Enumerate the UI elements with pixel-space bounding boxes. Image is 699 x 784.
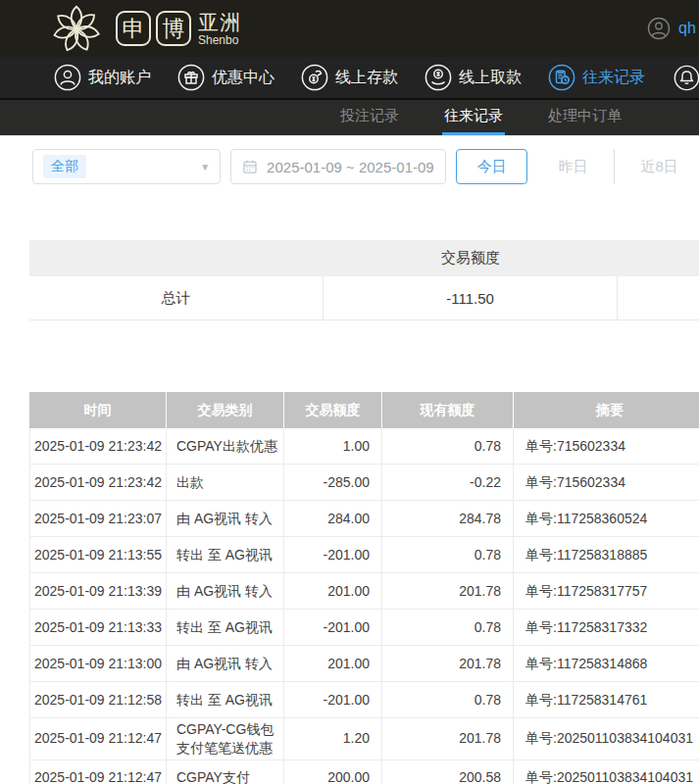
- filter-divider: [614, 149, 615, 184]
- deposit-icon: [301, 64, 328, 91]
- cell-type: CGPAY支付: [167, 760, 284, 784]
- records-header-row: 时间 交易类别 交易额度 现有额度 摘要: [29, 392, 699, 428]
- summary-amount-header: 交易额度: [324, 249, 618, 268]
- cell-note: 单号:715602334: [514, 465, 699, 501]
- nav-label: 优惠中心: [212, 68, 275, 88]
- col-header-time: 时间: [29, 392, 167, 428]
- nav-item-promotions[interactable]: 优惠中心: [177, 64, 275, 91]
- cell-type: CGPAY-CG钱包支付笔笔送优惠: [167, 718, 284, 760]
- table-row: 2025-01-09 21:13:55 转出 至 AG视讯 -201.00 0.…: [29, 537, 699, 573]
- cell-type: 由 AG视讯 转入: [167, 573, 284, 610]
- cell-time: 2025-01-09 21:23:42: [29, 465, 167, 501]
- cell-note: 单号:117258360524: [514, 501, 699, 537]
- cell-amount: -201.00: [284, 537, 382, 573]
- nav-label: 线上取款: [459, 68, 522, 88]
- filter-bar: 全部 ▼ 2025-01-09 ~ 2025-01-09 今日 昨日 近8日: [0, 135, 699, 196]
- cell-note: 单号:202501103834104031: [514, 760, 699, 784]
- cell-type: 转出 至 AG视讯: [167, 610, 284, 646]
- table-row: 2025-01-09 21:13:33 转出 至 AG视讯 -201.00 0.…: [29, 610, 699, 646]
- brand-logo[interactable]: 申 博 亚洲 Shenbo: [51, 3, 241, 54]
- withdraw-icon: [424, 64, 452, 91]
- quick-filter-yesterday-button[interactable]: 昨日: [537, 149, 609, 184]
- cell-balance: 284.78: [382, 501, 514, 537]
- cell-time: 2025-01-09 21:12:47: [29, 718, 167, 760]
- cell-time: 2025-01-09 21:23:42: [29, 428, 167, 465]
- col-header-type: 交易类别: [167, 392, 284, 428]
- table-row: 2025-01-09 21:12:47 CGPAY-CG钱包支付笔笔送优惠 1.…: [29, 718, 699, 760]
- col-header-balance: 现有额度: [382, 392, 514, 428]
- user-avatar-icon: [647, 17, 671, 40]
- cell-type: 由 AG视讯 转入: [167, 646, 284, 682]
- records-section: 时间 交易类别 交易额度 现有额度 摘要 2025-01-09 21:23:42…: [0, 392, 699, 784]
- nav-label: 线上存款: [335, 68, 398, 88]
- cell-note: 单号:117258318885: [514, 537, 699, 573]
- category-selected-value: 全部: [43, 155, 86, 178]
- cell-type: CGPAY出款优惠: [167, 428, 284, 465]
- cell-amount: -285.00: [284, 465, 382, 501]
- summary-total-label: 总计: [29, 276, 324, 319]
- category-select[interactable]: 全部 ▼: [32, 149, 221, 184]
- nav-item-records[interactable]: 往来记录: [548, 64, 645, 91]
- cell-note: 单号:117258314761: [514, 682, 699, 718]
- table-row: 2025-01-09 21:12:47 CGPAY支付 200.00 200.5…: [29, 760, 699, 784]
- quick-filter-8days-button[interactable]: 近8日: [620, 149, 699, 184]
- cell-type: 由 AG视讯 转入: [167, 501, 284, 537]
- summary-table: 交易额度 总计 -111.50: [29, 240, 699, 320]
- table-row: 2025-01-09 21:13:00 由 AG视讯 转入 201.00 201…: [29, 646, 699, 682]
- cell-amount: 284.00: [284, 501, 382, 537]
- username-text: qh: [678, 20, 696, 37]
- summary-total-value: -111.50: [324, 276, 618, 319]
- nav-item-deposit[interactable]: 线上存款: [301, 64, 398, 91]
- quick-filter-today-button[interactable]: 今日: [456, 149, 527, 184]
- calendar-icon: [242, 159, 258, 174]
- cell-balance: 0.78: [382, 428, 514, 465]
- cell-time: 2025-01-09 21:13:39: [29, 573, 167, 610]
- gift-icon: [177, 64, 205, 91]
- cell-time: 2025-01-09 21:23:07: [29, 501, 167, 537]
- tab-betting-records[interactable]: 投注记录: [338, 100, 401, 135]
- tab-transaction-records[interactable]: 往来记录: [442, 100, 505, 135]
- records-table: 时间 交易类别 交易额度 现有额度 摘要 2025-01-09 21:23:42…: [29, 392, 699, 784]
- cell-type: 转出 至 AG视讯: [167, 682, 284, 718]
- logo-latin-text: Shenbo: [198, 34, 241, 46]
- cell-balance: 201.78: [382, 646, 514, 682]
- cell-amount: 200.00: [284, 760, 382, 784]
- cell-time: 2025-01-09 21:12:58: [29, 682, 167, 718]
- nav-label: 往来记录: [582, 68, 645, 88]
- cell-note: 单号:715602334: [514, 428, 699, 465]
- cell-note: 单号:117258317332: [514, 610, 699, 646]
- nav-item-withdraw[interactable]: 线上取款: [424, 64, 522, 91]
- summary-total-row: 总计 -111.50: [29, 276, 699, 320]
- cell-amount: -201.00: [284, 682, 382, 718]
- notifications-bell-button[interactable]: [674, 65, 699, 91]
- col-header-amount: 交易额度: [284, 392, 382, 428]
- tab-processing-orders[interactable]: 处理中订单: [546, 100, 624, 135]
- cell-note: 单号:117258317757: [514, 573, 699, 610]
- date-range-input[interactable]: 2025-01-09 ~ 2025-01-09: [230, 149, 446, 184]
- cell-balance: -0.22: [382, 465, 514, 501]
- user-account-area[interactable]: qh: [647, 0, 696, 57]
- cell-balance: 0.78: [382, 537, 514, 573]
- account-icon: [54, 64, 81, 91]
- flower-logo-icon: [51, 3, 102, 54]
- main-nav: 我的账户 优惠中心 线上存款 线上取款: [0, 57, 699, 98]
- logo-char-shen: 申: [116, 11, 151, 46]
- cell-note: 单号:202501103834104031: [514, 718, 699, 760]
- table-row: 2025-01-09 21:13:39 由 AG视讯 转入 201.00 201…: [29, 573, 699, 610]
- logo-region-text: 亚洲: [198, 12, 241, 32]
- logo-char-bo: 博: [156, 11, 191, 46]
- cell-time: 2025-01-09 21:12:47: [29, 760, 167, 784]
- cell-balance: 0.78: [382, 682, 514, 718]
- cell-amount: 1.00: [284, 428, 382, 465]
- cell-balance: 200.58: [382, 760, 514, 784]
- summary-section: 交易额度 总计 -111.50: [0, 240, 699, 320]
- col-header-note: 摘要: [514, 392, 699, 428]
- cell-amount: -201.00: [284, 610, 382, 646]
- cell-balance: 201.78: [382, 573, 514, 610]
- cell-time: 2025-01-09 21:13:00: [29, 646, 167, 682]
- cell-amount: 1.20: [284, 718, 382, 760]
- cell-amount: 201.00: [284, 573, 382, 610]
- nav-item-my-account[interactable]: 我的账户: [54, 64, 151, 91]
- table-row: 2025-01-09 21:23:42 出款 -285.00 -0.22 单号:…: [29, 465, 699, 501]
- table-row: 2025-01-09 21:23:42 CGPAY出款优惠 1.00 0.78 …: [29, 428, 699, 465]
